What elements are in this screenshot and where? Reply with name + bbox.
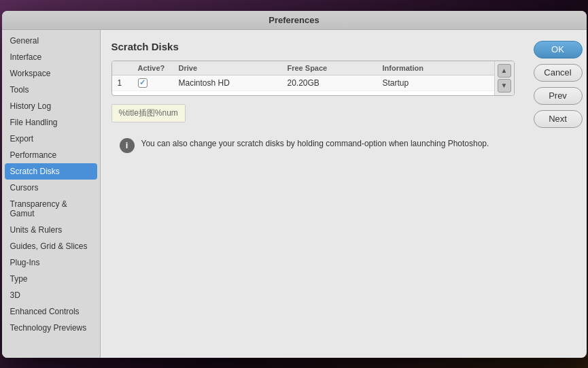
preferences-dialog: Preferences General Interface Workspace …	[2, 11, 587, 358]
sidebar-item-workspace[interactable]: Workspace	[2, 65, 100, 82]
cancel-button[interactable]: Cancel	[534, 64, 583, 82]
active-checkbox[interactable]	[138, 78, 148, 88]
dialog-title: Preferences	[269, 15, 319, 25]
row-free-space: 20.20GB	[288, 78, 383, 88]
scroll-up-button[interactable]: ▲	[498, 64, 511, 78]
sidebar-item-type[interactable]: Type	[2, 271, 100, 287]
sidebar-item-history-log[interactable]: History Log	[2, 98, 100, 114]
table-header: Active? Drive Free Space Information	[112, 61, 494, 76]
sidebar-item-file-handling[interactable]: File Handling	[2, 114, 100, 131]
col-free-space: Free Space	[288, 64, 383, 72]
table-row: 1 Macintosh HD 20.20GB Startup	[112, 76, 494, 91]
sidebar-item-plug-ins[interactable]: Plug-Ins	[2, 254, 100, 271]
dialog-body: General Interface Workspace Tools Histor…	[2, 30, 587, 358]
sidebar-item-scratch-disks[interactable]: Scratch Disks	[5, 163, 97, 180]
col-active: Active?	[138, 64, 179, 72]
sidebar-item-general[interactable]: General	[2, 33, 100, 49]
row-information: Startup	[383, 78, 489, 88]
row-number: 1	[118, 78, 138, 88]
prev-button[interactable]: Prev	[534, 87, 583, 105]
section-title: Scratch Disks	[111, 41, 515, 52]
sidebar-item-units-rulers[interactable]: Units & Rulers	[2, 222, 100, 238]
sidebar-item-technology-previews[interactable]: Technology Previews	[2, 320, 100, 336]
tooltip-placeholder: %title插图%num	[111, 96, 515, 122]
table-inner: Active? Drive Free Space Information 1 M…	[112, 61, 494, 95]
col-number	[118, 64, 138, 72]
title-bar: Preferences	[2, 11, 587, 30]
ok-button[interactable]: OK	[534, 41, 583, 58]
info-box: i You can also change your scratch disks…	[111, 131, 515, 160]
info-text: You can also change your scratch disks b…	[141, 137, 489, 150]
scratch-disks-table: Active? Drive Free Space Information 1 M…	[111, 61, 515, 96]
sidebar-item-cursors[interactable]: Cursors	[2, 180, 100, 196]
sidebar-item-export[interactable]: Export	[2, 131, 100, 147]
row-active-cell	[138, 78, 179, 88]
info-icon: i	[120, 138, 135, 153]
sidebar-item-interface[interactable]: Interface	[2, 49, 100, 65]
scroll-down-button[interactable]: ▼	[498, 79, 511, 93]
sidebar-item-transparency-gamut[interactable]: Transparency & Gamut	[2, 196, 100, 222]
sidebar-item-performance[interactable]: Performance	[2, 147, 100, 163]
sidebar-item-enhanced-controls[interactable]: Enhanced Controls	[2, 303, 100, 320]
sidebar-item-guides-grid-slices[interactable]: Guides, Grid & Slices	[2, 238, 100, 254]
scroll-controls: ▲ ▼	[494, 61, 514, 95]
col-drive: Drive	[179, 64, 288, 72]
sidebar-item-tools[interactable]: Tools	[2, 82, 100, 98]
sidebar-item-3d[interactable]: 3D	[2, 287, 100, 303]
sidebar: General Interface Workspace Tools Histor…	[2, 30, 101, 358]
row-drive: Macintosh HD	[179, 78, 288, 88]
next-button[interactable]: Next	[534, 110, 583, 128]
main-content: Scratch Disks Active? Drive Free Space I…	[101, 30, 525, 358]
col-information: Information	[383, 64, 489, 72]
buttons-panel: OK Cancel Prev Next	[525, 30, 587, 358]
tooltip-text: %title插图%num	[111, 104, 186, 122]
